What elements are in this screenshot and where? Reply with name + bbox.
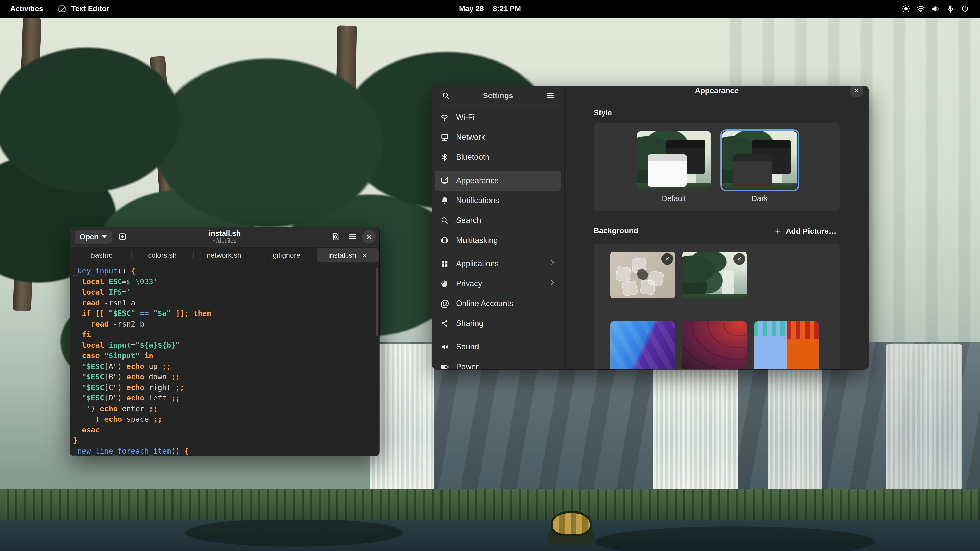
- sidebar-item-power[interactable]: Power: [434, 357, 562, 369]
- code-line: if [[ "$ESC" == "$a" ]]; then: [73, 308, 376, 319]
- editor-scrollbar[interactable]: [376, 268, 378, 337]
- wifi-icon: [440, 113, 449, 122]
- tab-install-sh[interactable]: install.sh: [317, 248, 379, 262]
- panel-body: Style DefaultDark Background Add Picture…: [565, 95, 869, 369]
- code-line: _new_line_foreach_item() {: [73, 446, 376, 456]
- wallpaper-art-fold: [682, 321, 747, 369]
- settings-window: Settings Wi-FiNetworkBluetoothAppearance…: [432, 86, 869, 369]
- style-option-dark[interactable]: Dark: [722, 131, 797, 203]
- background-section-label: Background: [593, 226, 638, 236]
- code-line: read -rsn1 a: [73, 298, 376, 308]
- settings-title: Settings: [483, 91, 513, 100]
- wallpaper-thumb-forest[interactable]: [682, 251, 747, 299]
- text-editor-app-icon: [57, 4, 67, 14]
- add-picture-button[interactable]: Add Picture…: [770, 225, 840, 238]
- chevron-right-icon: [549, 279, 556, 288]
- bell-icon: [440, 196, 449, 205]
- code-line: read -rsn2 b: [73, 319, 376, 330]
- turtle: [544, 507, 598, 545]
- tab-label: .gitignore: [271, 251, 300, 259]
- sidebar-item-network[interactable]: Network: [434, 127, 562, 147]
- sidebar-item-sound[interactable]: Sound: [434, 337, 562, 357]
- turtle-shell: [551, 511, 592, 537]
- wallpaper-thumb-drool[interactable]: [754, 321, 819, 369]
- sidebar-headerbar: Settings: [432, 86, 564, 105]
- open-button-label: Open: [80, 233, 99, 241]
- tab--gitignore[interactable]: .gitignore: [255, 247, 316, 264]
- sidebar-item-label: Bluetooth: [456, 152, 490, 162]
- sidebar-item-label: Applications: [456, 259, 499, 268]
- code-area[interactable]: _key_input() { local ESC=$'\033' local I…: [70, 264, 380, 456]
- close-tab-icon[interactable]: [361, 252, 368, 259]
- microphone-icon[interactable]: [946, 4, 955, 14]
- waterfall: [768, 354, 822, 508]
- code-line: "$ESC[C") echo right ;;: [73, 383, 376, 393]
- new-tab-button[interactable]: [115, 230, 130, 244]
- close-window-button[interactable]: [362, 230, 376, 244]
- tab-colors-sh[interactable]: colors.sh: [131, 247, 193, 264]
- open-document-button[interactable]: Open: [75, 230, 112, 244]
- volume-icon[interactable]: [931, 4, 940, 14]
- remove-wallpaper-button[interactable]: [662, 253, 673, 265]
- search-button[interactable]: [439, 89, 453, 103]
- wallpaper-pond: [0, 520, 980, 551]
- menu-button[interactable]: [345, 230, 360, 244]
- sidebar-item-notifications[interactable]: Notifications: [434, 191, 562, 210]
- appearance-panel: Appearance Style DefaultDark Background …: [565, 86, 869, 369]
- focused-app-label: Text Editor: [71, 5, 109, 13]
- tab-network-sh[interactable]: network.sh: [193, 247, 255, 264]
- code-line: esac: [73, 425, 376, 435]
- clock[interactable]: May 28 8:21 PM: [459, 5, 521, 13]
- code-line: local IFS='': [73, 287, 376, 298]
- focused-app-menu[interactable]: Text Editor: [57, 4, 109, 14]
- panel-title: Appearance: [695, 86, 739, 95]
- sidebar-list: Wi-FiNetworkBluetoothAppearanceNotificat…: [432, 105, 564, 369]
- sidebar-item-privacy[interactable]: Privacy: [434, 274, 562, 294]
- sharing-icon: [440, 319, 449, 328]
- tab-label: network.sh: [207, 251, 241, 259]
- wallpaper-art-drool: [754, 321, 819, 369]
- top-bar: Activities Text Editor May 28 8:21 PM: [0, 0, 980, 17]
- wifi-icon[interactable]: [916, 4, 925, 14]
- style-option-default[interactable]: Default: [637, 131, 711, 203]
- sidebar-item-multitasking[interactable]: Multitasking: [434, 230, 562, 250]
- code-line: case "$input" in: [73, 351, 376, 361]
- style-thumb-default[interactable]: [637, 131, 711, 189]
- sidebar-item-bluetooth[interactable]: Bluetooth: [434, 147, 562, 167]
- sidebar-item-label: Privacy: [456, 279, 482, 288]
- bluetooth-icon: [440, 153, 449, 162]
- wallpaper-thumb-abstract-light[interactable]: [611, 251, 675, 299]
- clock-date: May 28: [459, 5, 484, 13]
- network-icon: [440, 133, 449, 141]
- sidebar-item-label: Sound: [456, 342, 479, 351]
- remove-wallpaper-button[interactable]: [733, 253, 745, 265]
- sidebar-item-sharing[interactable]: Sharing: [434, 313, 562, 333]
- document-search-button[interactable]: [328, 230, 343, 244]
- code-line: _key_input() {: [73, 266, 376, 276]
- tab-label: colors.sh: [148, 251, 177, 259]
- code-line: local input="${a}${b}": [73, 340, 376, 351]
- sidebar-item-label: Sharing: [456, 319, 484, 328]
- style-card: DefaultDark: [593, 123, 840, 211]
- style-thumb-dark[interactable]: [722, 131, 797, 189]
- sidebar-item-online-accounts[interactable]: @Online Accounts: [434, 294, 562, 313]
- online-accounts-icon: @: [440, 299, 449, 308]
- mock-window-front: [648, 154, 687, 187]
- activities-button[interactable]: Activities: [10, 5, 43, 13]
- tab--bashrc[interactable]: .bashrc: [70, 247, 131, 264]
- sidebar-item-search[interactable]: Search: [434, 210, 562, 230]
- document-name: install.sh: [209, 229, 241, 238]
- wallpaper-thumb-pixels[interactable]: [611, 321, 675, 369]
- system-tray[interactable]: [901, 4, 970, 14]
- separator: [436, 252, 560, 252]
- sidebar-item-wi-fi[interactable]: Wi-Fi: [434, 107, 562, 127]
- sidebar-menu-button[interactable]: [543, 89, 557, 103]
- sidebar-item-label: Network: [456, 133, 485, 142]
- clock-time: 8:21 PM: [493, 5, 521, 13]
- wallpaper-thumb-fold[interactable]: [682, 321, 747, 369]
- style-option-label: Default: [637, 194, 711, 203]
- power-icon[interactable]: [961, 4, 970, 14]
- sidebar-item-appearance[interactable]: Appearance: [434, 171, 562, 191]
- sidebar-item-applications[interactable]: Applications: [434, 254, 562, 274]
- night-light-icon[interactable]: [901, 4, 911, 14]
